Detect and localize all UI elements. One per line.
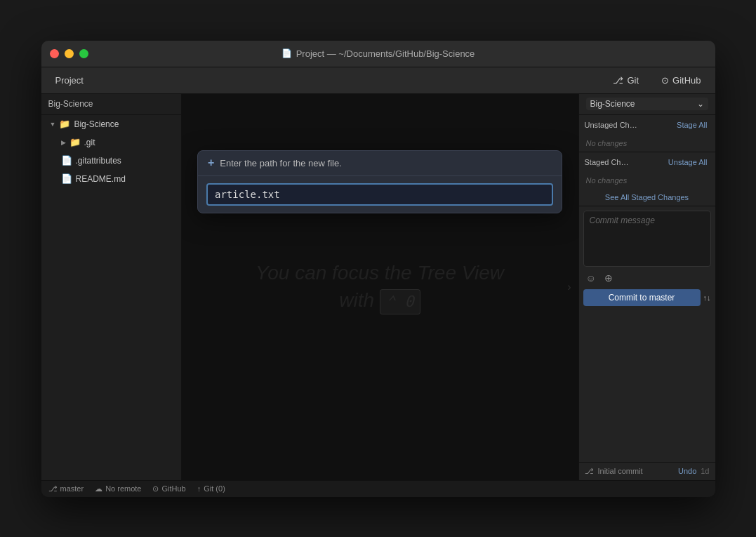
- github-label: GitHub: [672, 75, 701, 86]
- remote-status-icon: ☁: [95, 484, 102, 493]
- commit-count: ↑↓: [703, 293, 711, 302]
- sidebar-project-name: Big-Science: [48, 99, 93, 109]
- dialog-overlay: + Enter the path for the new file.: [182, 94, 578, 480]
- sidebar-item-root[interactable]: ▼ 📁 Big-Science: [41, 115, 181, 133]
- last-commit-message: Initial commit: [598, 467, 643, 475]
- remote-status-label: No remote: [105, 484, 141, 493]
- git-panel: Big-Science ⌄ Unstaged Ch… Stage All No …: [578, 94, 715, 480]
- undo-button[interactable]: Undo: [678, 467, 696, 475]
- close-button[interactable]: [50, 49, 59, 58]
- sidebar-item-gitattributes[interactable]: 📄 .gitattributes: [41, 152, 181, 170]
- file-icon: 📄: [61, 173, 72, 184]
- branch-chevron-icon: ⌄: [697, 99, 704, 109]
- nav-project[interactable]: Project: [50, 72, 89, 88]
- branch-selector[interactable]: Big-Science ⌄: [586, 98, 708, 110]
- title-bar: 📄 Project — ~/Documents/GitHub/Big-Scien…: [41, 41, 715, 67]
- commit-hash: 1d: [701, 467, 709, 475]
- window-title: 📄 Project — ~/Documents/GitHub/Big-Scien…: [281, 48, 475, 59]
- sidebar-gitattributes-label: .gitattributes: [76, 156, 121, 166]
- status-bar: ⎇ master ☁ No remote ⊙ GitHub ↑ Git (0): [41, 480, 715, 497]
- git-label: Git: [627, 75, 639, 86]
- maximize-button[interactable]: [79, 49, 88, 58]
- file-icon: 📄: [61, 155, 72, 166]
- github-icon: ⊙: [661, 75, 669, 86]
- commit-footer: ☺ ⊕: [583, 271, 711, 285]
- tree-expand-icon: ▶: [61, 139, 66, 146]
- sidebar: Big-Science ▼ 📁 Big-Science ▶ 📁 .git 📄 .…: [41, 94, 182, 480]
- unstage-all-button[interactable]: Unstage All: [666, 158, 710, 166]
- co-author-button[interactable]: ⊕: [602, 271, 616, 285]
- git-icon: ⎇: [613, 75, 623, 86]
- see-all-staged-button[interactable]: See All Staged Changes: [579, 189, 715, 206]
- git-branch-header: Big-Science ⌄: [579, 94, 715, 115]
- sidebar-readme-label: README.md: [76, 174, 126, 184]
- last-commit-branch-icon: ⎇: [585, 467, 594, 476]
- branch-name: Big-Science: [590, 99, 635, 109]
- minimize-button[interactable]: [65, 49, 74, 58]
- nav-git[interactable]: ⎇ Git: [607, 72, 644, 88]
- sidebar-item-readme[interactable]: 📄 README.md: [41, 170, 181, 188]
- status-git[interactable]: ↑ Git (0): [197, 484, 225, 493]
- staged-section: Staged Ch… Unstage All No changes See Al…: [579, 152, 715, 206]
- status-branch[interactable]: ⎇ master: [48, 484, 84, 493]
- sidebar-root-label: Big-Science: [74, 119, 119, 129]
- emoji-button[interactable]: ☺: [583, 271, 599, 285]
- staged-header: Staged Ch… Unstage All: [579, 152, 715, 172]
- commit-button[interactable]: Commit to master: [583, 289, 701, 306]
- git-status-icon: ↑: [197, 484, 201, 493]
- commit-btn-row: Commit to master ↑↓: [583, 289, 711, 306]
- unstaged-section: Unstaged Ch… Stage All No changes: [579, 115, 715, 152]
- tree-collapse-icon: ▼: [50, 121, 56, 128]
- editor-panel: You can focus the Tree View with ⌃ 0 › +…: [182, 94, 578, 480]
- traffic-lights: [50, 49, 88, 58]
- commit-message-input[interactable]: [583, 211, 711, 267]
- branch-status-icon: ⎇: [48, 484, 58, 493]
- unstaged-title: Unstaged Ch…: [585, 121, 672, 129]
- staged-empty: No changes: [579, 172, 715, 189]
- plus-icon: +: [208, 157, 214, 169]
- stage-all-button[interactable]: Stage All: [675, 121, 709, 129]
- top-nav: Project ⎇ Git ⊙ GitHub: [41, 67, 715, 94]
- dialog-input-row: [198, 176, 562, 213]
- status-github[interactable]: ⊙ GitHub: [152, 484, 185, 493]
- app-window: 📄 Project — ~/Documents/GitHub/Big-Scien…: [41, 41, 715, 497]
- github-status-label: GitHub: [161, 484, 185, 493]
- branch-status-label: master: [60, 484, 84, 493]
- app-body: Big-Science ▼ 📁 Big-Science ▶ 📁 .git 📄 .…: [41, 94, 715, 480]
- undo-label: Undo: [678, 467, 696, 475]
- folder-icon: 📁: [69, 137, 81, 147]
- sidebar-item-git[interactable]: ▶ 📁 .git: [41, 133, 181, 152]
- dialog-header: + Enter the path for the new file.: [198, 151, 562, 176]
- project-label: Project: [55, 75, 84, 86]
- unstaged-header: Unstaged Ch… Stage All: [579, 115, 715, 135]
- status-remote[interactable]: ☁ No remote: [95, 484, 141, 493]
- git-status-label: Git (0): [204, 484, 225, 493]
- commit-area: ☺ ⊕ Commit to master ↑↓: [579, 206, 715, 462]
- nav-github[interactable]: ⊙ GitHub: [656, 72, 706, 88]
- sidebar-header: Big-Science: [41, 94, 181, 115]
- last-commit-bar: ⎇ Initial commit Undo 1d: [579, 462, 715, 480]
- dialog-title: Enter the path for the new file.: [220, 158, 341, 168]
- folder-icon: 📁: [59, 119, 70, 129]
- staged-title: Staged Ch…: [585, 158, 663, 166]
- new-file-input[interactable]: [206, 183, 553, 206]
- github-status-icon: ⊙: [152, 484, 159, 493]
- unstaged-empty: No changes: [579, 135, 715, 152]
- sidebar-git-label: .git: [84, 138, 95, 147]
- new-file-dialog: + Enter the path for the new file.: [197, 150, 562, 213]
- title-file-icon: 📄: [281, 48, 292, 58]
